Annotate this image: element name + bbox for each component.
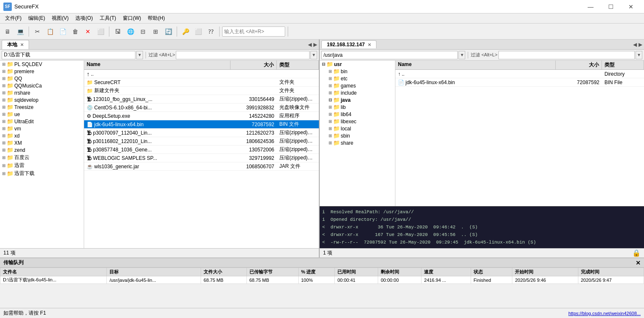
right-file-row-jdk[interactable]: 📄 jdk-6u45-linux-x64.bin 72087592 BIN Fi…: [395, 78, 644, 87]
toolbar-btn-5[interactable]: 📄: [57, 26, 69, 37]
toolbar-btn-q[interactable]: ⁇: [205, 26, 217, 37]
left-tab-local[interactable]: 本地 ✕: [2, 40, 29, 49]
toolbar-btn-remote[interactable]: 🌐: [125, 26, 136, 37]
th-endtime: 完成时间: [578, 268, 644, 276]
rtree-bin[interactable]: ⊞📁bin: [320, 68, 395, 75]
toolbar-btn-2[interactable]: 💻: [14, 26, 26, 37]
left-nav-prev[interactable]: ◀: [308, 42, 312, 48]
right-filter-sep: [468, 52, 468, 58]
toolbar-btn-grid[interactable]: ⊞: [150, 26, 162, 37]
toolbar-btn-6[interactable]: 🗑: [69, 26, 81, 37]
file-row-centos[interactable]: 💿 CentOS-6.10-x86_64-bi... 3991928832 光盘…: [84, 103, 319, 112]
rtree-share[interactable]: ⊞📁share: [320, 139, 395, 146]
file-row-newfolder[interactable]: 📁 新建文件夹 文件夹: [84, 87, 319, 95]
toolbar-btn-key[interactable]: 🔑: [180, 26, 191, 37]
toolbar-btn-3[interactable]: ✂: [32, 26, 43, 37]
left-col-size[interactable]: 大小: [231, 61, 277, 69]
file-row-deepl[interactable]: ⚙ DeepLSetup.exe 145224280 应用程序: [84, 112, 319, 120]
file-row-123010[interactable]: 🗜 123010_fbo_ggs_Linux_... 330156449 压缩(…: [84, 95, 319, 103]
menu-options[interactable]: 选项(O): [72, 14, 96, 23]
toolbar-btn-split[interactable]: ⊟: [137, 26, 149, 37]
transfer-queue-close[interactable]: ✕: [636, 260, 641, 266]
host-input[interactable]: [224, 29, 283, 34]
right-tab-remote[interactable]: 192.168.132.147 ✕: [321, 40, 376, 48]
left-filter-input[interactable]: [176, 51, 310, 59]
transfer-row-1[interactable]: D:\迅雷下载\jdk-6u45-lin... /usr/java/jdk-6u…: [0, 276, 644, 284]
left-addr-dropdown[interactable]: ▼: [136, 51, 143, 59]
close-button[interactable]: ✕: [621, 0, 641, 13]
right-filter-dropdown[interactable]: ▼: [636, 51, 642, 59]
file-row-p30070097[interactable]: 🗜 p30070097_112040_Lin... 1212620273 压缩(…: [84, 129, 319, 137]
right-col-type[interactable]: 类型: [602, 61, 644, 69]
menu-file[interactable]: 文件(F): [2, 14, 25, 23]
file-row-p30116802[interactable]: 🗜 p30116802_122010_Lin... 1806624536 压缩(…: [84, 137, 319, 146]
tree-node-qq[interactable]: ⊞📁QQ: [0, 75, 84, 82]
file-row-wls[interactable]: ☕ wls1036_generic.jar 1068506707 JAR 文件: [84, 162, 319, 171]
file-row-jdk[interactable]: 📄 jdk-6u45-linux-x64.bin 72087592 BIN 文件: [84, 120, 319, 129]
toolbar-btn-1[interactable]: 🖥: [2, 26, 13, 37]
tree-node-vm[interactable]: ⊞📁vm: [0, 125, 84, 132]
rtree-sbin[interactable]: ⊞📁sbin: [320, 132, 395, 139]
left-tab-close[interactable]: ✕: [20, 42, 24, 47]
right-tab-close[interactable]: ✕: [368, 42, 371, 47]
left-nav-next[interactable]: ▶: [313, 42, 317, 48]
rtree-include[interactable]: ⊞📁include: [320, 89, 395, 96]
menu-window[interactable]: 窗口(W): [119, 14, 144, 23]
menu-edit[interactable]: 编辑(E): [25, 14, 48, 23]
right-addr-dropdown[interactable]: ▼: [458, 51, 465, 59]
right-file-row-dotdot[interactable]: ↑ .. Directory: [395, 70, 644, 78]
left-filter-dropdown[interactable]: ▼: [310, 51, 317, 59]
tree-node-thunder-dl[interactable]: ⊞📁迅雷下载: [0, 170, 84, 178]
tree-node-sqldevelop[interactable]: ⊞📁sqldevelop: [0, 96, 84, 103]
tree-node-thunder[interactable]: ⊞📁迅雷: [0, 162, 84, 170]
right-file-header: Name 大小 类型: [395, 61, 644, 70]
th-filesize: 文件大小: [201, 268, 247, 276]
right-address-input[interactable]: [321, 51, 458, 59]
toolbar-btn-local[interactable]: 🖫: [112, 26, 124, 37]
rtree-lib[interactable]: ⊞📁lib: [320, 103, 395, 111]
tree-node-plsqldev[interactable]: ⊞📁PL SQLDEV: [0, 61, 84, 68]
toolbar-btn-4[interactable]: 📋: [44, 26, 56, 37]
menu-tools[interactable]: 工具(T): [96, 14, 119, 23]
toolbar-btn-7[interactable]: ✕: [82, 26, 94, 37]
file-row-securecrt[interactable]: 📁 SecureCRT 文件夹: [84, 78, 319, 87]
right-nav-prev[interactable]: ◀: [633, 42, 637, 48]
file-row-dotdot[interactable]: ↑ ..: [84, 70, 319, 78]
tree-node-premiere[interactable]: ⊞📁premiere: [0, 68, 84, 75]
help-url[interactable]: https://blog.csdn.net/weixin42608...: [568, 311, 641, 316]
menu-view[interactable]: 视图(V): [48, 14, 72, 23]
tree-node-baiduyun[interactable]: ⊞📁百度云: [0, 154, 84, 162]
transfer-queue-title: 传输队列: [3, 259, 24, 266]
tree-node-xm[interactable]: ⊞📁XM: [0, 139, 84, 146]
tree-node-ue[interactable]: ⊞📁ue: [0, 111, 84, 118]
right-filter-input[interactable]: [498, 51, 635, 59]
left-address-input[interactable]: [2, 51, 135, 59]
tree-node-zend[interactable]: ⊞📁zend: [0, 146, 84, 154]
log-line-3: < drwxr-xr-x 36 Tue 26-May-2020 09:46:42…: [322, 223, 641, 231]
minimize-button[interactable]: —: [581, 0, 600, 13]
toolbar-btn-agent[interactable]: ⬜: [192, 26, 204, 37]
toolbar-btn-sync[interactable]: 🔄: [162, 26, 174, 37]
rtree-etc[interactable]: ⊞📁etc: [320, 75, 395, 82]
tree-node-ultraedit[interactable]: ⊞📁UltraEdit: [0, 118, 84, 125]
tree-node-rrshare[interactable]: ⊞📁rrshare: [0, 89, 84, 96]
rtree-games[interactable]: ⊞📁games: [320, 82, 395, 89]
tree-node-qqmusic[interactable]: ⊞📁QQMusicCa: [0, 82, 84, 89]
maximize-button[interactable]: ☐: [601, 0, 620, 13]
right-nav-next[interactable]: ▶: [639, 42, 642, 48]
right-col-size[interactable]: 大小: [556, 61, 602, 69]
file-row-p30857748[interactable]: 🗜 p30857748_1036_Gene... 130572006 压缩(zi…: [84, 146, 319, 154]
toolbar-btn-8[interactable]: ⬜: [95, 26, 106, 37]
right-col-name[interactable]: Name: [395, 61, 556, 69]
left-col-name[interactable]: Name: [84, 61, 231, 69]
rtree-usr[interactable]: ⊟📁usr: [320, 61, 395, 68]
tree-node-xd[interactable]: ⊞📁xd: [0, 132, 84, 139]
menu-help[interactable]: 帮助(H): [144, 14, 168, 23]
tree-node-treesize[interactable]: ⊞📁Treesize: [0, 103, 84, 111]
rtree-local[interactable]: ⊞📁local: [320, 125, 395, 132]
rtree-java[interactable]: ⊟📁java: [320, 96, 395, 103]
file-row-weblogic[interactable]: 🗜 WEBLOGIC SAMPLES SP... 329719992 压缩(zi…: [84, 154, 319, 162]
rtree-libexec[interactable]: ⊞📁libexec: [320, 118, 395, 125]
left-col-type[interactable]: 类型: [277, 61, 319, 69]
rtree-lib64[interactable]: ⊞📁lib64: [320, 111, 395, 118]
